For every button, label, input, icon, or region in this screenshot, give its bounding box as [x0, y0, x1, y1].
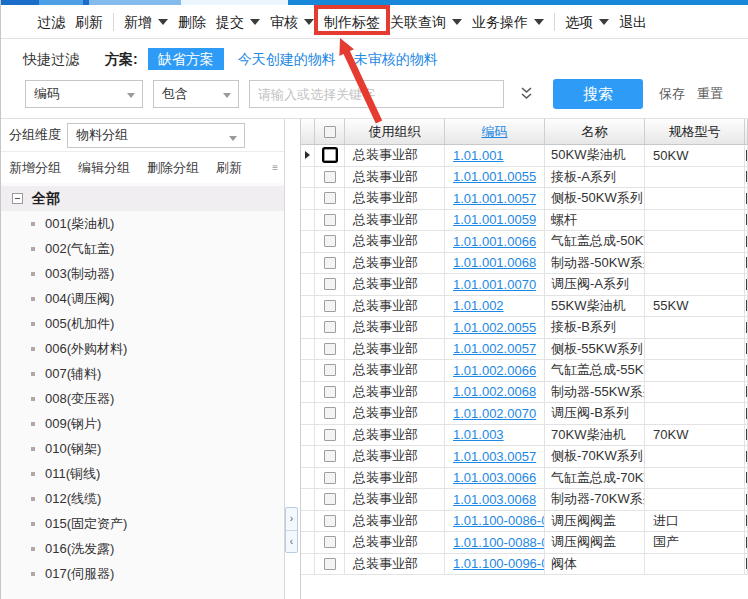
row-checkbox[interactable] — [324, 235, 336, 247]
code-link[interactable]: 1.01.100-0088-00 — [445, 532, 545, 554]
group-action-button[interactable]: 刷新 — [216, 159, 242, 177]
toolbar-item[interactable]: 刷新 — [75, 12, 103, 32]
row-checkbox[interactable] — [324, 171, 336, 183]
code-link[interactable]: 1.01.002.0066 — [445, 360, 545, 382]
table-row[interactable]: 总装事业部1.01.003.0068制动器-70KW系列 — [301, 489, 748, 511]
row-checkbox[interactable] — [324, 386, 336, 398]
expand-right-icon[interactable]: › — [286, 508, 297, 530]
tree-item[interactable]: 017(伺服器) — [1, 561, 284, 586]
search-field-select[interactable]: 编码 — [25, 80, 143, 108]
code-link[interactable]: 1.01.002.0070 — [445, 403, 545, 425]
panel-splitter[interactable]: › ‹ — [285, 119, 300, 599]
code-link[interactable]: 1.01.001.0068 — [445, 253, 545, 275]
code-link[interactable]: 1.01.002.0055 — [445, 317, 545, 339]
splitter-collapse-control[interactable]: › ‹ — [285, 507, 298, 553]
group-action-button[interactable]: 编辑分组 — [78, 159, 130, 177]
table-row[interactable]: 总装事业部1.01.001.0057侧板-50KW系列 — [301, 188, 748, 210]
row-checkbox[interactable] — [324, 515, 336, 527]
row-checkbox[interactable] — [324, 343, 336, 355]
row-checkbox[interactable] — [324, 192, 336, 204]
row-checkbox[interactable] — [324, 300, 336, 312]
code-link[interactable]: 1.01.001.0066 — [445, 231, 545, 253]
toolbar-item[interactable]: 新增 — [124, 12, 168, 32]
code-link[interactable]: 1.01.002 — [445, 296, 545, 318]
scheme-chip[interactable]: 今天创建的物料 — [238, 51, 336, 67]
code-link[interactable]: 1.01.003 — [445, 425, 545, 447]
collapse-left-icon[interactable]: ‹ — [286, 530, 297, 553]
reset-button[interactable]: 重置 — [697, 85, 723, 103]
table-row[interactable]: 总装事业部1.01.002.0068制动器-55KW系列 — [301, 382, 748, 404]
tree-item[interactable]: 012(线缆) — [1, 486, 284, 511]
code-link[interactable]: 1.01.001.0057 — [445, 188, 545, 210]
row-checkbox[interactable] — [324, 278, 336, 290]
group-more-icon[interactable]: ≡ — [272, 162, 278, 173]
row-checkbox[interactable] — [324, 364, 336, 376]
tree-item[interactable]: 011(铜线) — [1, 461, 284, 486]
row-checkbox[interactable] — [324, 493, 336, 505]
search-operator-select[interactable]: 包含 — [153, 80, 239, 108]
tree-collapse-icon[interactable] — [12, 193, 23, 204]
code-link[interactable]: 1.01.003.0068 — [445, 489, 545, 511]
toolbar-item[interactable]: 审核 — [270, 12, 314, 32]
tree-item[interactable]: 008(变压器) — [1, 386, 284, 411]
tree-item[interactable]: 015(固定资产) — [1, 511, 284, 536]
column-header[interactable]: 使用组织 — [345, 119, 445, 144]
table-row[interactable]: 总装事业部1.01.002.0055接板-B系列 — [301, 317, 748, 339]
select-all-checkbox[interactable] — [324, 126, 336, 138]
toolbar-item[interactable]: 业务操作 — [472, 12, 544, 32]
tree-item[interactable]: 001(柴油机) — [1, 211, 284, 236]
table-row[interactable]: 总装事业部1.01.002.0066气缸盖总成-55KW — [301, 360, 748, 382]
group-dimension-select[interactable]: 物料分组 — [67, 123, 245, 148]
tree-item[interactable]: 016(洗发露) — [1, 536, 284, 561]
table-row[interactable]: 总装事业部1.01.001.0068制动器-50KW系列 — [301, 253, 748, 275]
table-row[interactable]: 总装事业部1.01.00150KW柴油机50KW — [301, 145, 748, 167]
row-checkbox[interactable] — [324, 450, 336, 462]
keyword-input[interactable] — [249, 80, 504, 108]
expand-filters-icon[interactable] — [520, 87, 533, 101]
table-row[interactable]: 总装事业部1.01.001.0055接板-A系列 — [301, 167, 748, 189]
table-row[interactable]: 总装事业部1.01.001.0070调压阀-A系列 — [301, 274, 748, 296]
row-checkbox[interactable] — [324, 321, 336, 333]
row-checkbox[interactable] — [324, 472, 336, 484]
group-action-button[interactable]: 删除分组 — [147, 159, 199, 177]
table-row[interactable]: 总装事业部1.01.00370KW柴油机70KW — [301, 425, 748, 447]
scheme-chip[interactable]: 未审核的物料 — [354, 51, 438, 67]
scheme-chip[interactable]: 缺省方案 — [148, 48, 224, 70]
table-row[interactable]: 总装事业部1.01.003.0057侧板-70KW系列 — [301, 446, 748, 468]
code-link[interactable]: 1.01.003.0057 — [445, 446, 545, 468]
code-link[interactable]: 1.01.100-0096-00 — [445, 554, 545, 576]
table-row[interactable]: 总装事业部1.01.100-0088-00调压阀阀盖国产 — [301, 532, 748, 554]
tree-item[interactable]: 002(气缸盖) — [1, 236, 284, 261]
code-link[interactable]: 1.01.003.0066 — [445, 468, 545, 490]
table-row[interactable]: 总装事业部1.01.100-0096-00阀体 — [301, 554, 748, 576]
column-header[interactable]: 名称 — [545, 119, 645, 144]
toolbar-item[interactable]: 过滤 — [37, 12, 65, 32]
tree-item[interactable]: 003(制动器) — [1, 261, 284, 286]
tree-item[interactable]: 006(外购材料) — [1, 336, 284, 361]
table-row[interactable]: 总装事业部1.01.002.0057侧板-55KW系列 — [301, 339, 748, 361]
tree-item[interactable]: 009(钢片) — [1, 411, 284, 436]
code-link[interactable]: 1.01.001.0070 — [445, 274, 545, 296]
code-link[interactable]: 1.01.002.0057 — [445, 339, 545, 361]
code-link[interactable]: 1.01.001.0055 — [445, 167, 545, 189]
code-link[interactable]: 1.01.001 — [445, 145, 545, 167]
code-link[interactable]: 1.01.001.0059 — [445, 210, 545, 232]
code-link[interactable]: 1.01.002.0068 — [445, 382, 545, 404]
toolbar-item[interactable]: 选项 — [565, 12, 609, 32]
toolbar-item[interactable]: 提交 — [216, 12, 260, 32]
toolbar-item[interactable]: 制作标签 — [324, 12, 380, 32]
row-checkbox[interactable] — [324, 149, 336, 161]
table-row[interactable]: 总装事业部1.01.001.0066气缸盖总成-50KW — [301, 231, 748, 253]
table-row[interactable]: 总装事业部1.01.001.0059螺杆 — [301, 210, 748, 232]
row-checkbox[interactable] — [324, 536, 336, 548]
tree-item[interactable]: 004(调压阀) — [1, 286, 284, 311]
tree-item[interactable]: 005(机加件) — [1, 311, 284, 336]
table-row[interactable]: 总装事业部1.01.002.0070调压阀-B系列 — [301, 403, 748, 425]
tree-root-all[interactable]: 全部 — [1, 186, 284, 211]
toolbar-item[interactable]: 退出 — [619, 12, 647, 32]
group-action-button[interactable]: 新增分组 — [9, 159, 61, 177]
tree-item[interactable]: 007(辅料) — [1, 361, 284, 386]
tree-item[interactable]: 010(钢架) — [1, 436, 284, 461]
toolbar-item[interactable]: 删除 — [178, 12, 206, 32]
toolbar-item[interactable]: 关联查询 — [390, 12, 462, 32]
